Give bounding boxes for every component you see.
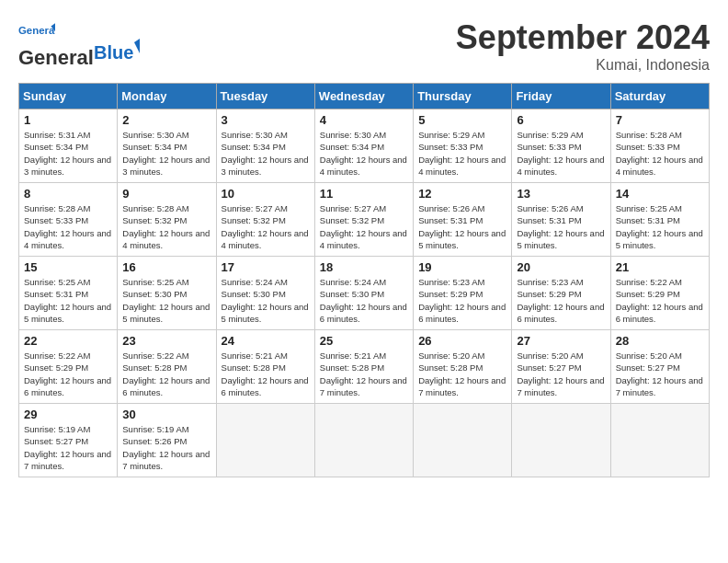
day-info: Sunrise: 5:30 AM Sunset: 5:34 PM Dayligh… <box>320 129 408 178</box>
day-info: Sunrise: 5:27 AM Sunset: 5:32 PM Dayligh… <box>320 202 408 251</box>
table-row: 5 Sunrise: 5:29 AM Sunset: 5:33 PM Dayli… <box>414 109 512 183</box>
table-row: 13 Sunrise: 5:26 AM Sunset: 5:31 PM Dayl… <box>512 183 610 257</box>
day-info: Sunrise: 5:23 AM Sunset: 5:29 PM Dayligh… <box>418 276 506 325</box>
day-info: Sunrise: 5:27 AM Sunset: 5:32 PM Dayligh… <box>222 202 310 251</box>
day-number: 23 <box>122 334 210 348</box>
day-info: Sunrise: 5:25 AM Sunset: 5:31 PM Dayligh… <box>616 202 704 251</box>
day-info: Sunrise: 5:29 AM Sunset: 5:33 PM Dayligh… <box>418 129 506 178</box>
day-info: Sunrise: 5:23 AM Sunset: 5:29 PM Dayligh… <box>517 276 605 325</box>
calendar-week-row: 1 Sunrise: 5:31 AM Sunset: 5:34 PM Dayli… <box>19 109 710 183</box>
table-row: 26 Sunrise: 5:20 AM Sunset: 5:28 PM Dayl… <box>414 330 512 404</box>
day-number: 17 <box>222 260 310 274</box>
day-info: Sunrise: 5:28 AM Sunset: 5:33 PM Dayligh… <box>24 202 112 251</box>
day-info: Sunrise: 5:24 AM Sunset: 5:30 PM Dayligh… <box>320 276 408 325</box>
table-row: 3 Sunrise: 5:30 AM Sunset: 5:34 PM Dayli… <box>216 109 314 183</box>
day-number: 19 <box>418 260 506 274</box>
table-row: 1 Sunrise: 5:31 AM Sunset: 5:34 PM Dayli… <box>19 109 118 183</box>
table-row: 27 Sunrise: 5:20 AM Sunset: 5:27 PM Dayl… <box>512 330 610 404</box>
table-row: 29 Sunrise: 5:19 AM Sunset: 5:27 PM Dayl… <box>19 404 118 477</box>
table-row: 15 Sunrise: 5:25 AM Sunset: 5:31 PM Dayl… <box>19 257 118 330</box>
table-row: 25 Sunrise: 5:21 AM Sunset: 5:28 PM Dayl… <box>314 330 413 404</box>
day-info: Sunrise: 5:20 AM Sunset: 5:27 PM Dayligh… <box>616 350 704 398</box>
header-thursday: Thursday <box>414 84 512 109</box>
location: Kumai, Indonesia <box>456 57 710 74</box>
day-info: Sunrise: 5:30 AM Sunset: 5:34 PM Dayligh… <box>222 129 310 178</box>
day-number: 25 <box>320 334 408 348</box>
day-number: 12 <box>418 187 506 201</box>
day-number: 1 <box>24 113 112 127</box>
logo-blue: Blue <box>94 39 140 70</box>
empty-cell <box>314 404 413 477</box>
day-number: 14 <box>616 187 704 201</box>
table-row: 28 Sunrise: 5:20 AM Sunset: 5:27 PM Dayl… <box>610 330 709 404</box>
day-info: Sunrise: 5:19 AM Sunset: 5:27 PM Dayligh… <box>24 423 112 472</box>
day-info: Sunrise: 5:21 AM Sunset: 5:28 PM Dayligh… <box>222 350 310 398</box>
day-info: Sunrise: 5:26 AM Sunset: 5:31 PM Dayligh… <box>418 202 506 251</box>
table-row: 22 Sunrise: 5:22 AM Sunset: 5:29 PM Dayl… <box>19 330 118 404</box>
table-row: 30 Sunrise: 5:19 AM Sunset: 5:26 PM Dayl… <box>118 404 216 477</box>
day-info: Sunrise: 5:22 AM Sunset: 5:29 PM Dayligh… <box>616 276 704 325</box>
header-sunday: Sunday <box>19 84 118 109</box>
empty-cell <box>512 404 610 477</box>
day-info: Sunrise: 5:19 AM Sunset: 5:26 PM Dayligh… <box>122 423 210 472</box>
page-header: General General Blue September 2024 Kuma… <box>18 18 710 74</box>
day-number: 28 <box>616 334 704 348</box>
title-area: September 2024 Kumai, Indonesia <box>456 18 710 74</box>
day-number: 4 <box>320 113 408 127</box>
day-number: 20 <box>517 260 605 274</box>
header-tuesday: Tuesday <box>216 84 314 109</box>
day-info: Sunrise: 5:20 AM Sunset: 5:28 PM Dayligh… <box>418 350 506 398</box>
header-wednesday: Wednesday <box>314 84 413 109</box>
day-number: 15 <box>24 260 112 274</box>
day-number: 26 <box>418 334 506 348</box>
day-info: Sunrise: 5:26 AM Sunset: 5:31 PM Dayligh… <box>517 202 605 251</box>
table-row: 20 Sunrise: 5:23 AM Sunset: 5:29 PM Dayl… <box>512 257 610 330</box>
header-monday: Monday <box>118 84 216 109</box>
day-info: Sunrise: 5:21 AM Sunset: 5:28 PM Dayligh… <box>320 350 408 398</box>
day-number: 16 <box>122 260 210 274</box>
empty-cell <box>414 404 512 477</box>
day-number: 13 <box>517 187 605 201</box>
day-number: 21 <box>616 260 704 274</box>
day-number: 30 <box>122 408 210 421</box>
day-info: Sunrise: 5:31 AM Sunset: 5:34 PM Dayligh… <box>24 129 112 178</box>
day-number: 5 <box>418 113 506 127</box>
day-info: Sunrise: 5:22 AM Sunset: 5:29 PM Dayligh… <box>24 350 112 398</box>
day-number: 8 <box>24 187 112 201</box>
table-row: 12 Sunrise: 5:26 AM Sunset: 5:31 PM Dayl… <box>414 183 512 257</box>
calendar-week-row: 8 Sunrise: 5:28 AM Sunset: 5:33 PM Dayli… <box>19 183 710 257</box>
header-saturday: Saturday <box>610 84 709 109</box>
svg-marker-2 <box>134 39 140 53</box>
day-info: Sunrise: 5:30 AM Sunset: 5:34 PM Dayligh… <box>122 129 210 178</box>
day-number: 3 <box>222 113 310 127</box>
calendar-week-row: 15 Sunrise: 5:25 AM Sunset: 5:31 PM Dayl… <box>19 257 710 330</box>
calendar-week-row: 29 Sunrise: 5:19 AM Sunset: 5:27 PM Dayl… <box>19 404 710 477</box>
table-row: 6 Sunrise: 5:29 AM Sunset: 5:33 PM Dayli… <box>512 109 610 183</box>
table-row: 19 Sunrise: 5:23 AM Sunset: 5:29 PM Dayl… <box>414 257 512 330</box>
day-number: 22 <box>24 334 112 348</box>
day-info: Sunrise: 5:28 AM Sunset: 5:32 PM Dayligh… <box>122 202 210 251</box>
header-friday: Friday <box>512 84 610 109</box>
table-row: 18 Sunrise: 5:24 AM Sunset: 5:30 PM Dayl… <box>314 257 413 330</box>
calendar-week-row: 22 Sunrise: 5:22 AM Sunset: 5:29 PM Dayl… <box>19 330 710 404</box>
svg-text:Blue: Blue <box>94 42 133 63</box>
table-row: 8 Sunrise: 5:28 AM Sunset: 5:33 PM Dayli… <box>19 183 118 257</box>
day-number: 18 <box>320 260 408 274</box>
day-info: Sunrise: 5:25 AM Sunset: 5:31 PM Dayligh… <box>24 276 112 325</box>
table-row: 16 Sunrise: 5:25 AM Sunset: 5:30 PM Dayl… <box>118 257 216 330</box>
table-row: 23 Sunrise: 5:22 AM Sunset: 5:28 PM Dayl… <box>118 330 216 404</box>
day-info: Sunrise: 5:29 AM Sunset: 5:33 PM Dayligh… <box>517 129 605 178</box>
day-number: 29 <box>24 408 112 421</box>
svg-text:General: General <box>18 25 55 36</box>
logo-general: General <box>18 46 94 70</box>
day-number: 7 <box>616 113 704 127</box>
table-row: 21 Sunrise: 5:22 AM Sunset: 5:29 PM Dayl… <box>610 257 709 330</box>
weekday-header-row: Sunday Monday Tuesday Wednesday Thursday… <box>19 84 710 109</box>
table-row: 17 Sunrise: 5:24 AM Sunset: 5:30 PM Dayl… <box>216 257 314 330</box>
day-number: 2 <box>122 113 210 127</box>
empty-cell <box>610 404 709 477</box>
table-row: 9 Sunrise: 5:28 AM Sunset: 5:32 PM Dayli… <box>118 183 216 257</box>
day-number: 24 <box>222 334 310 348</box>
table-row: 10 Sunrise: 5:27 AM Sunset: 5:32 PM Dayl… <box>216 183 314 257</box>
day-number: 11 <box>320 187 408 201</box>
